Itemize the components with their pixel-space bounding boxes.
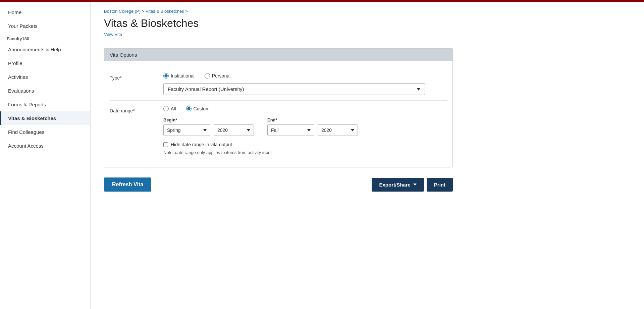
main-content: Boston College (P) > Vitas & Biosketches… — [91, 2, 644, 309]
type-content: Institutional Personal Faculty Annual Re… — [163, 73, 447, 95]
vita-type-dropdown[interactable]: Faculty Annual Report (University) NIH B… — [163, 83, 425, 95]
date-range-content: All Custom Begin* — [163, 106, 447, 155]
vita-options-header: Vita Options — [104, 49, 452, 61]
radio-all-input[interactable] — [163, 106, 169, 111]
radio-custom[interactable]: Custom — [186, 106, 210, 111]
sidebar: Home Your Packets Faculty180 Announcemen… — [0, 2, 91, 309]
sidebar-item-evaluations[interactable]: Evaluations — [0, 84, 90, 98]
begin-year-select[interactable]: 2018 2019 2020 2021 2022 — [214, 124, 254, 136]
buttons-area: Refresh Vita Export/Share Print — [104, 177, 453, 192]
hide-date-range-checkbox[interactable] — [163, 142, 168, 147]
sidebar-item-forms-reports[interactable]: Forms & Reports — [0, 98, 90, 111]
sidebar-item-account-access[interactable]: Account Access — [0, 139, 90, 153]
date-range-note: Note: date range only applies to items f… — [163, 150, 447, 155]
view-vita-link[interactable]: View Vita — [104, 32, 122, 37]
end-year-select[interactable]: 2018 2019 2020 2021 2022 — [318, 124, 358, 136]
hide-date-range-label: Hide date range in vita output — [171, 142, 232, 147]
export-share-label: Export/Share — [379, 182, 410, 188]
radio-institutional[interactable]: Institutional — [163, 73, 195, 79]
page-title: Vitas & Biosketches — [104, 17, 631, 30]
date-range-selects-row: Begin* Spring Summer Fall 2018 — [163, 117, 447, 136]
type-label: Type* — [110, 73, 163, 81]
type-radio-group: Institutional Personal — [163, 73, 447, 79]
begin-season-select[interactable]: Spring Summer Fall — [163, 124, 210, 136]
type-row: Type* Institutional Personal — [110, 68, 447, 101]
end-group: End* Spring Summer Fall 2018 — [267, 117, 358, 136]
sidebar-section-faculty180: Faculty180 — [0, 33, 90, 43]
vita-options-section: Vita Options Type* Institutional — [104, 48, 453, 167]
sidebar-item-activities[interactable]: Activities — [0, 70, 90, 84]
chevron-down-icon — [413, 184, 417, 186]
sidebar-item-profile[interactable]: Profile — [0, 56, 90, 70]
begin-selects: Spring Summer Fall 2018 2019 2020 2021 — [163, 124, 254, 136]
radio-personal-input[interactable] — [205, 73, 210, 79]
end-season-select[interactable]: Spring Summer Fall — [267, 124, 314, 136]
begin-group: Begin* Spring Summer Fall 2018 — [163, 117, 254, 136]
breadcrumb-link-bc[interactable]: Boston College (P) — [104, 9, 141, 14]
date-range-label: Date range* — [110, 106, 163, 113]
sidebar-item-find-colleagues[interactable]: Find Colleagues — [0, 125, 90, 139]
breadcrumb: Boston College (P) > Vitas & Biosketches… — [104, 9, 631, 14]
date-range-row: Date range* All Custom — [110, 101, 447, 160]
vita-options-body: Type* Institutional Personal — [104, 61, 452, 167]
print-button[interactable]: Print — [427, 178, 453, 192]
date-range-radio-group: All Custom — [163, 106, 447, 111]
export-share-button[interactable]: Export/Share — [372, 178, 424, 192]
sidebar-item-announcements-help[interactable]: Announcements & Help — [0, 43, 90, 56]
begin-label: Begin* — [163, 117, 254, 122]
right-buttons-group: Export/Share Print — [372, 178, 453, 192]
sidebar-item-vitas-biosketches[interactable]: Vitas & Biosketches — [0, 111, 90, 125]
radio-institutional-input[interactable] — [163, 73, 169, 79]
end-label: End* — [267, 117, 358, 122]
refresh-vita-button[interactable]: Refresh Vita — [104, 177, 151, 192]
hide-date-range-row[interactable]: Hide date range in vita output — [163, 142, 447, 147]
radio-custom-input[interactable] — [186, 106, 192, 111]
sidebar-item-home[interactable]: Home — [0, 5, 90, 19]
breadcrumb-link-vitas[interactable]: Vitas & Biosketches — [146, 9, 184, 14]
sidebar-item-your-packets[interactable]: Your Packets — [0, 19, 90, 33]
radio-personal[interactable]: Personal — [205, 73, 230, 79]
end-selects: Spring Summer Fall 2018 2019 2020 2021 — [267, 124, 358, 136]
radio-all[interactable]: All — [163, 106, 176, 111]
